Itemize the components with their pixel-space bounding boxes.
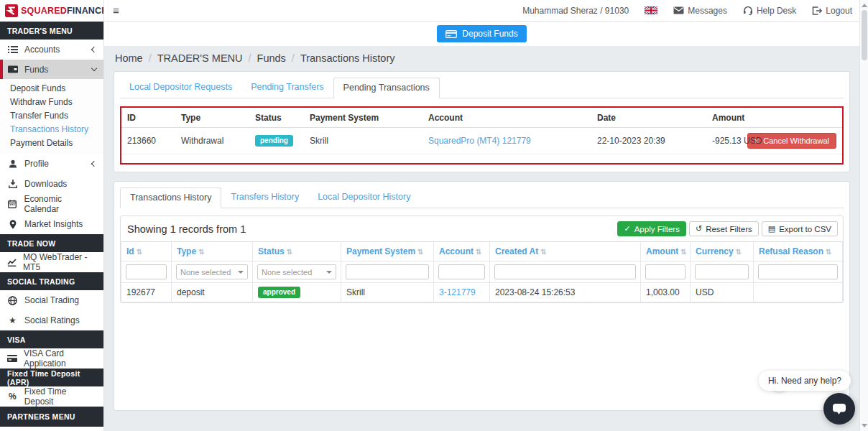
records-filter-row: None selected None selected <box>121 261 843 283</box>
sortable-column-header[interactable]: Currency⇅ <box>691 242 754 261</box>
filter-amount-input[interactable] <box>645 264 685 279</box>
filter-account-input[interactable] <box>438 264 485 279</box>
tab-pending-transfers[interactable]: Pending Transfers <box>241 78 333 98</box>
scroll-down-arrow-icon[interactable] <box>862 424 867 427</box>
filter-status-select[interactable]: None selected <box>257 264 336 279</box>
sidebar-item-fixed-time-deposit[interactable]: % Fixed Time Deposit <box>0 386 103 407</box>
column-header: Payment System <box>304 108 423 128</box>
sidebar-item-webtrader[interactable]: MQ WebTrader - MT5 <box>0 252 103 272</box>
sort-icon[interactable]: ⇅ <box>826 248 831 256</box>
submenu-item-transactions-history[interactable]: Transactions History <box>0 122 103 136</box>
records-table: Id⇅ Type⇅ Status⇅ Payment System⇅ Accoun… <box>121 241 843 302</box>
sortable-column-header[interactable]: Created At⇅ <box>490 242 641 261</box>
messages-button[interactable]: Messages <box>673 6 727 16</box>
submenu-item-payment-details[interactable]: Payment Details <box>0 136 103 149</box>
reset-filters-button[interactable]: ↺Reset Filters <box>689 221 759 236</box>
column-header: Type <box>175 108 249 128</box>
logout-button[interactable]: Logout <box>812 6 852 16</box>
submenu-item-withdraw-funds[interactable]: Withdraw Funds <box>0 95 103 108</box>
sortable-column-header[interactable]: Amount⇅ <box>641 242 691 261</box>
sort-icon[interactable]: ⇅ <box>287 248 292 256</box>
deposit-funds-label: Deposit Funds <box>462 29 517 39</box>
tab-local-depositor-history[interactable]: Local Depositor History <box>308 187 420 208</box>
sidebar-item-profile[interactable]: Profile <box>0 154 103 174</box>
tab-transfers-history[interactable]: Transfers History <box>221 187 308 208</box>
person-icon <box>7 159 18 168</box>
export-csv-button[interactable]: ▤Export to CSV <box>762 221 838 236</box>
apply-filters-label: Apply Filters <box>634 225 680 233</box>
filter-id-input[interactable] <box>126 264 167 279</box>
breadcrumb-home[interactable]: Home <box>115 52 143 64</box>
sidebar-item-social-ratings[interactable]: ★ Social Ratings <box>0 310 103 330</box>
sidebar-item-visa-card-application[interactable]: VISA Card Application <box>0 348 103 369</box>
column-header: Account <box>423 108 591 128</box>
sortable-column-header[interactable]: Id⇅ <box>121 242 172 261</box>
breadcrumb-funds[interactable]: Funds <box>257 52 286 64</box>
cell-created-at: 2023-08-24 15:26:53 <box>490 283 641 302</box>
vertical-scrollbar[interactable] <box>859 0 868 431</box>
cell-status: pending <box>249 128 304 154</box>
chat-launcher-button[interactable] <box>823 393 855 425</box>
sidebar-item-label: Market Insights <box>24 219 83 229</box>
envelope-icon <box>673 6 684 14</box>
account-link[interactable]: 3-121779 <box>439 287 476 297</box>
account-link[interactable]: SquaredPro (MT4) 121779 <box>428 136 531 146</box>
sidebar-item-funds[interactable]: Funds <box>0 60 103 79</box>
sort-icon[interactable]: ⇅ <box>417 248 423 256</box>
chat-greeting-bubble[interactable]: Hi. Need any help? <box>759 371 851 391</box>
pending-transactions-table: ID Type Status Payment System Account Da… <box>121 108 842 154</box>
sidebar-item-market-insights[interactable]: Market Insights <box>0 214 103 234</box>
help-desk-button[interactable]: Help Desk <box>743 6 796 16</box>
sortable-column-header[interactable]: Status⇅ <box>253 242 341 261</box>
sort-icon[interactable]: ⇅ <box>680 248 686 256</box>
sidebar-item-label: Fixed Time Deposit <box>24 386 96 407</box>
tab-transactions-history[interactable]: Transactions History <box>120 187 221 208</box>
history-card: Transactions History Transfers History L… <box>114 181 850 411</box>
filter-created-at-input[interactable] <box>494 264 636 279</box>
sidebar-item-label: Social Trading <box>24 295 79 305</box>
sort-icon[interactable]: ⇅ <box>736 248 742 256</box>
deposit-funds-button[interactable]: Deposit Funds <box>437 25 526 42</box>
language-flag-icon[interactable] <box>645 6 657 14</box>
sortable-column-header[interactable]: Account⇅ <box>434 242 490 261</box>
submenu-item-transfer-funds[interactable]: Transfer Funds <box>0 108 103 122</box>
filter-type-select[interactable]: None selected <box>176 264 248 279</box>
sort-icon[interactable]: ⇅ <box>540 248 546 256</box>
sidebar-item-economic-calendar[interactable]: Economic Calendar <box>0 194 103 214</box>
breadcrumb-traders-menu[interactable]: TRADER'S MENU <box>157 52 243 64</box>
sort-icon[interactable]: ⇅ <box>476 248 481 256</box>
sidebar-item-social-trading[interactable]: Social Trading <box>0 290 103 310</box>
sortable-column-header[interactable]: Type⇅ <box>172 242 253 261</box>
pending-card: Local Depositor Requests Pending Transfe… <box>114 71 850 172</box>
scroll-up-arrow-icon[interactable] <box>862 4 867 7</box>
sortable-column-header[interactable]: Refusal Reason⇅ <box>754 242 843 261</box>
sort-icon[interactable]: ⇅ <box>137 248 142 256</box>
chart-line-icon <box>7 259 17 267</box>
sidebar-item-downloads[interactable]: Downloads <box>0 174 103 194</box>
apply-filters-button[interactable]: ✓Apply Filters <box>617 221 686 236</box>
cell-date: 22-10-2023 20:39 <box>591 128 706 154</box>
filter-refusal-reason-input[interactable] <box>758 264 838 279</box>
filter-payment-system-input[interactable] <box>346 264 429 279</box>
column-header: Status <box>249 108 304 128</box>
chevron-left-icon <box>91 47 97 52</box>
app-root: SQUAREDFINANCIAL TRADER'S MENU Accounts … <box>0 0 859 431</box>
tab-pending-transactions[interactable]: Pending Transactions <box>333 78 440 98</box>
submenu-item-deposit-funds[interactable]: Deposit Funds <box>0 81 103 95</box>
scrollbar-thumb[interactable] <box>862 10 867 60</box>
brand-logo[interactable]: SQUAREDFINANCIAL <box>0 0 103 22</box>
cancel-withdrawal-label: Cancel Withdrawal <box>763 136 829 145</box>
menu-toggle-icon[interactable]: ≡ <box>113 4 119 17</box>
cell-payment-system: Skrill <box>341 283 434 302</box>
sort-icon[interactable]: ⇅ <box>198 248 204 256</box>
user-account-label[interactable]: Muhammad Sheraz / 91030 <box>522 6 629 16</box>
cell-type: deposit <box>172 283 253 302</box>
filter-currency-input[interactable] <box>695 264 749 279</box>
sidebar-item-accounts[interactable]: Accounts <box>0 40 103 60</box>
sidebar: SQUAREDFINANCIAL TRADER'S MENU Accounts … <box>0 0 104 431</box>
topbar-right: Muhammad Sheraz / 91030 Messages Help De… <box>522 6 852 16</box>
main-area: ≡ Muhammad Sheraz / 91030 Messages Help <box>104 0 859 431</box>
cell-status: approved <box>253 283 341 302</box>
sortable-column-header[interactable]: Payment System⇅ <box>341 242 434 261</box>
tab-local-depositor-requests[interactable]: Local Depositor Requests <box>120 78 241 98</box>
